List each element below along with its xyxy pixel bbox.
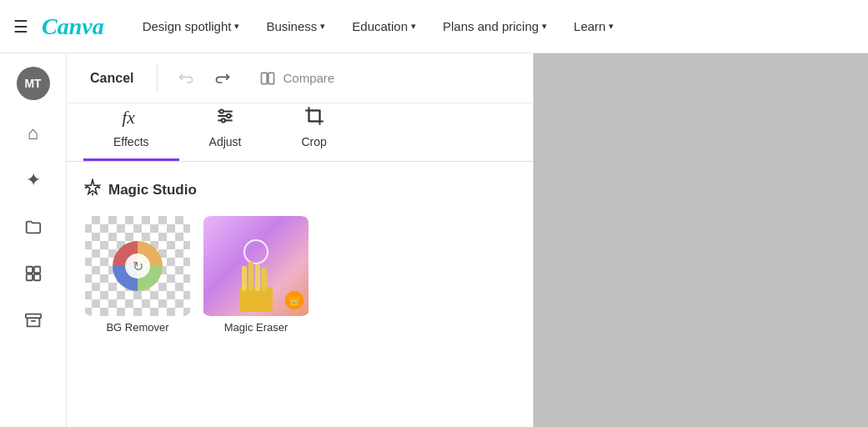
undo-button[interactable] xyxy=(171,63,201,93)
nav-design-spotlight[interactable]: Design spotlight ▾ xyxy=(131,13,252,40)
svg-rect-4 xyxy=(25,314,40,319)
nav-learn[interactable]: Learn ▾ xyxy=(562,13,625,40)
bg-remover-card[interactable]: ↻ BG Remover xyxy=(83,214,192,335)
magic-eraser-card[interactable]: 👑 Magic Eraser xyxy=(202,214,310,335)
redo-button[interactable] xyxy=(208,63,238,93)
chevron-down-icon: ▾ xyxy=(411,21,416,32)
svg-rect-1 xyxy=(33,267,39,273)
canva-logo: Canva xyxy=(42,13,104,40)
chevron-down-icon: ▾ xyxy=(542,21,547,32)
bg-remover-label: BG Remover xyxy=(106,321,168,334)
magic-studio-title: Magic Studio xyxy=(108,182,197,198)
svg-rect-3 xyxy=(33,274,39,280)
svg-rect-5 xyxy=(262,73,268,83)
chevron-down-icon: ▾ xyxy=(609,21,614,32)
top-navigation: ☰ Canva Design spotlight ▾ Business ▾ Ed… xyxy=(0,0,868,53)
nav-business[interactable]: Business ▾ xyxy=(254,13,337,40)
premium-badge: 👑 xyxy=(285,291,304,309)
cancel-button[interactable]: Cancel xyxy=(80,64,143,93)
svg-rect-2 xyxy=(26,274,32,280)
compare-button[interactable]: Compare xyxy=(248,63,346,93)
crop-icon xyxy=(304,105,325,132)
panel-content: Magic Studio ↻ BG Remover xyxy=(67,162,533,427)
loading-circle: ↻ xyxy=(125,254,150,279)
svg-point-12 xyxy=(227,114,230,118)
effects-icon: fx xyxy=(120,105,142,132)
chevron-down-icon: ▾ xyxy=(234,21,239,32)
tabs-row: fx Effects Adjust xyxy=(67,103,533,162)
magic-star-icon xyxy=(83,178,102,201)
effects-tab-label: Effects xyxy=(113,135,149,148)
magic-icon[interactable]: ✦ xyxy=(13,160,53,200)
hamburger-icon[interactable]: ☰ xyxy=(13,17,28,37)
svg-rect-6 xyxy=(268,73,274,83)
bg-remover-image: ↻ xyxy=(83,216,192,316)
svg-rect-21 xyxy=(248,262,253,291)
svg-point-13 xyxy=(222,118,225,122)
svg-rect-22 xyxy=(255,264,260,291)
folder-icon[interactable] xyxy=(13,207,53,247)
separator xyxy=(157,65,158,92)
magic-eraser-image: 👑 xyxy=(202,216,310,316)
bg-remover-bg: ↻ xyxy=(83,216,192,316)
chevron-down-icon: ▾ xyxy=(320,21,325,32)
crop-tab[interactable]: Crop xyxy=(271,98,356,161)
adjust-tab[interactable]: Adjust xyxy=(179,98,272,161)
magic-eraser-label: Magic Eraser xyxy=(224,321,288,334)
archive-icon[interactable] xyxy=(13,300,53,340)
floating-panel: Cancel Compare fx xyxy=(67,53,534,427)
svg-rect-20 xyxy=(242,266,247,291)
nav-education[interactable]: Education ▾ xyxy=(340,13,428,40)
user-avatar[interactable]: MT xyxy=(17,67,50,100)
grid-icon[interactable] xyxy=(13,254,53,294)
panel-topbar: Cancel Compare xyxy=(67,53,533,103)
magic-studio-header: Magic Studio xyxy=(83,178,516,201)
svg-rect-14 xyxy=(309,111,319,122)
effects-tab[interactable]: fx Effects xyxy=(83,98,179,161)
svg-rect-0 xyxy=(26,267,32,273)
nav-items: Design spotlight ▾ Business ▾ Education … xyxy=(131,13,855,40)
svg-text:fx: fx xyxy=(122,108,135,127)
crop-tab-label: Crop xyxy=(301,135,326,148)
adjust-icon xyxy=(214,105,236,132)
loading-icon: ↻ xyxy=(133,259,143,274)
svg-rect-23 xyxy=(262,268,267,291)
adjust-tab-label: Adjust xyxy=(209,135,242,148)
color-wheel: ↻ xyxy=(113,241,163,291)
home-icon[interactable]: ⌂ xyxy=(13,113,53,153)
left-sidebar: MT ⌂ ✦ xyxy=(0,53,67,427)
svg-point-11 xyxy=(220,109,223,113)
cards-grid: ↻ BG Remover xyxy=(83,214,516,335)
nav-plans-pricing[interactable]: Plans and pricing ▾ xyxy=(431,13,559,40)
